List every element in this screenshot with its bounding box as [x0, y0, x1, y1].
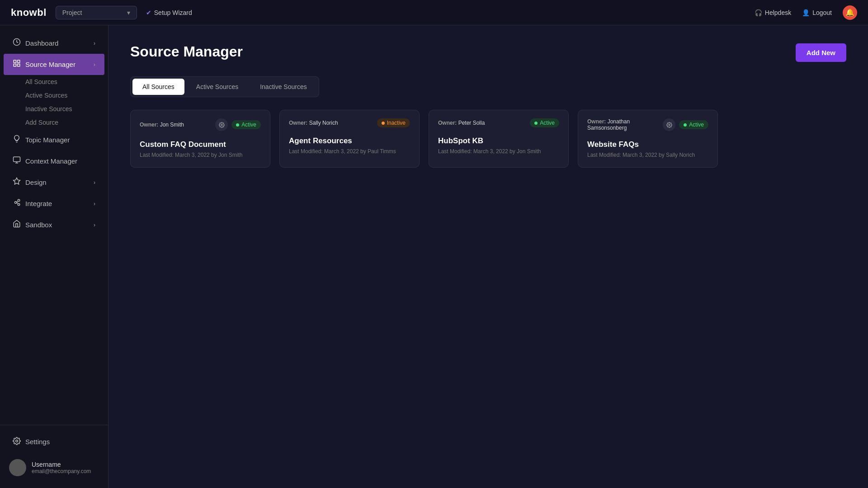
svg-point-7	[18, 199, 20, 202]
sandbox-icon	[13, 220, 21, 230]
svg-point-10	[221, 124, 222, 125]
card-settings-icon[interactable]	[215, 118, 228, 131]
card-actions: Active	[530, 118, 559, 127]
card-actions: Active	[215, 118, 261, 131]
status-dot-icon	[534, 122, 538, 125]
helpdesk-button[interactable]: 🎧 Helpdesk	[755, 9, 791, 16]
headset-icon: 🎧	[755, 9, 762, 16]
card-modified: Last Modified: March 3, 2022 by Paul Tim…	[289, 148, 410, 155]
cards-grid: Owner: Jon Smith Active Custom FAQ Docum…	[130, 110, 718, 168]
card-actions: Active	[663, 118, 708, 131]
card-title: HubSpot KB	[438, 136, 559, 145]
design-icon	[13, 177, 21, 188]
sidebar-item-integrate[interactable]: Integrate ›	[4, 193, 104, 214]
status-badge: Active	[231, 120, 261, 129]
logout-label: Logout	[812, 9, 832, 16]
status-dot-icon	[684, 123, 687, 127]
main-layout: Dashboard › Source Manager › All Sources…	[0, 25, 868, 488]
user-email: email@thecompany.com	[32, 468, 91, 474]
integrate-icon	[13, 198, 21, 209]
source-card-4[interactable]: Owner: Jonathan Samsonsonberg Active Web…	[578, 110, 718, 168]
card-header: Owner: Sally Norich Inactive	[289, 118, 410, 127]
sidebar-submenu-source-manager: All Sources Active Sources Inactive Sour…	[4, 75, 104, 129]
project-label: Project	[62, 9, 82, 16]
notification-bell[interactable]: 🔔	[843, 5, 857, 20]
tab-all-sources[interactable]: All Sources	[132, 79, 184, 95]
status-badge: Active	[679, 120, 708, 129]
sidebar-submenu-add-source[interactable]: Add Source	[20, 116, 104, 129]
settings-icon	[13, 437, 21, 446]
tab-inactive-sources[interactable]: Inactive Sources	[250, 79, 317, 95]
svg-point-9	[16, 440, 18, 442]
svg-rect-5	[14, 157, 20, 162]
settings-label: Settings	[25, 438, 50, 446]
status-label: Active	[241, 122, 256, 128]
card-title: Custom FAQ Document	[140, 140, 261, 149]
logout-button[interactable]: 👤 Logout	[802, 9, 832, 16]
sidebar-submenu-inactive-sources[interactable]: Inactive Sources	[20, 102, 104, 116]
sidebar-item-label-integrate: Integrate	[25, 200, 89, 207]
source-card-3[interactable]: Owner: Peter Solla Active HubSpot KB Las…	[429, 110, 569, 168]
lightbulb-icon	[13, 135, 21, 145]
status-badge: Inactive	[377, 118, 410, 127]
sidebar: Dashboard › Source Manager › All Sources…	[0, 25, 108, 488]
card-modified: Last Modified: March 3, 2022 by Sally No…	[587, 152, 708, 158]
status-label: Active	[689, 122, 704, 128]
bell-icon: 🔔	[845, 8, 854, 17]
card-modified: Last Modified: March 3, 2022 by Jon Smit…	[140, 152, 261, 158]
user-details: Username email@thecompany.com	[32, 461, 91, 474]
status-label: Inactive	[387, 120, 406, 126]
helpdesk-label: Helpdesk	[765, 9, 791, 16]
project-dropdown[interactable]: Project ▾	[56, 6, 137, 19]
sidebar-bottom: Settings Username email@thecompany.com	[0, 425, 108, 488]
sidebar-item-dashboard[interactable]: Dashboard ›	[4, 33, 104, 54]
sidebar-item-topic-manager[interactable]: Topic Manager	[4, 129, 104, 150]
tab-active-sources[interactable]: Active Sources	[186, 79, 248, 95]
sidebar-item-context-manager[interactable]: Context Manager	[4, 150, 104, 172]
user-name: Username	[32, 461, 91, 468]
sidebar-submenu-all-sources[interactable]: All Sources	[20, 75, 104, 89]
card-title: Website FAQs	[587, 140, 708, 149]
setup-wizard[interactable]: ✔ Setup Wizard	[146, 9, 192, 16]
avatar	[9, 459, 26, 476]
svg-point-8	[18, 203, 20, 206]
card-modified: Last Modified: March 3, 2022 by Jon Smit…	[438, 148, 559, 155]
chevron-right-integrate-icon: ›	[94, 201, 95, 207]
sidebar-nav: Dashboard › Source Manager › All Sources…	[0, 25, 108, 425]
checkmark-icon: ✔	[146, 9, 151, 16]
card-owner: Owner: Jon Smith	[140, 122, 184, 128]
context-icon	[13, 156, 21, 166]
svg-rect-2	[18, 60, 20, 62]
svg-rect-4	[18, 64, 20, 66]
card-actions: Inactive	[377, 118, 410, 127]
sidebar-submenu-active-sources[interactable]: Active Sources	[20, 89, 104, 102]
user-info: Username email@thecompany.com	[7, 455, 101, 481]
svg-point-6	[15, 202, 17, 204]
topbar-right: 🎧 Helpdesk 👤 Logout 🔔	[755, 5, 857, 20]
dashboard-icon	[13, 38, 21, 48]
topbar-left: knowbl Project ▾ ✔ Setup Wizard	[11, 6, 192, 19]
sidebar-item-design[interactable]: Design ›	[4, 172, 104, 193]
content-header: Source Manager Add New	[130, 43, 846, 62]
settings-item[interactable]: Settings	[7, 432, 101, 451]
source-card-2[interactable]: Owner: Sally Norich Inactive Agent Resou…	[279, 110, 420, 168]
status-label: Active	[540, 120, 555, 126]
setup-wizard-label: Setup Wizard	[154, 9, 192, 16]
add-new-button[interactable]: Add New	[796, 43, 846, 62]
card-title: Agent Resources	[289, 136, 410, 145]
sidebar-item-label-design: Design	[25, 178, 89, 186]
sidebar-item-label-sandbox: Sandbox	[25, 221, 89, 229]
sidebar-item-source-manager[interactable]: Source Manager ›	[4, 54, 104, 75]
main-content: Source Manager Add New All Sources Activ…	[108, 25, 868, 488]
card-header: Owner: Jonathan Samsonsonberg Active	[587, 118, 708, 131]
chevron-right-sandbox-icon: ›	[94, 222, 95, 228]
source-manager-icon	[13, 59, 21, 70]
source-card-1[interactable]: Owner: Jon Smith Active Custom FAQ Docum…	[130, 110, 270, 168]
card-settings-icon[interactable]	[663, 118, 675, 131]
dropdown-arrow-icon: ▾	[127, 9, 130, 16]
sidebar-item-sandbox[interactable]: Sandbox ›	[4, 214, 104, 235]
topbar: knowbl Project ▾ ✔ Setup Wizard 🎧 Helpde…	[0, 0, 868, 25]
chevron-right-active-icon: ›	[94, 61, 95, 68]
logo: knowbl	[11, 7, 47, 19]
svg-point-11	[669, 124, 670, 125]
